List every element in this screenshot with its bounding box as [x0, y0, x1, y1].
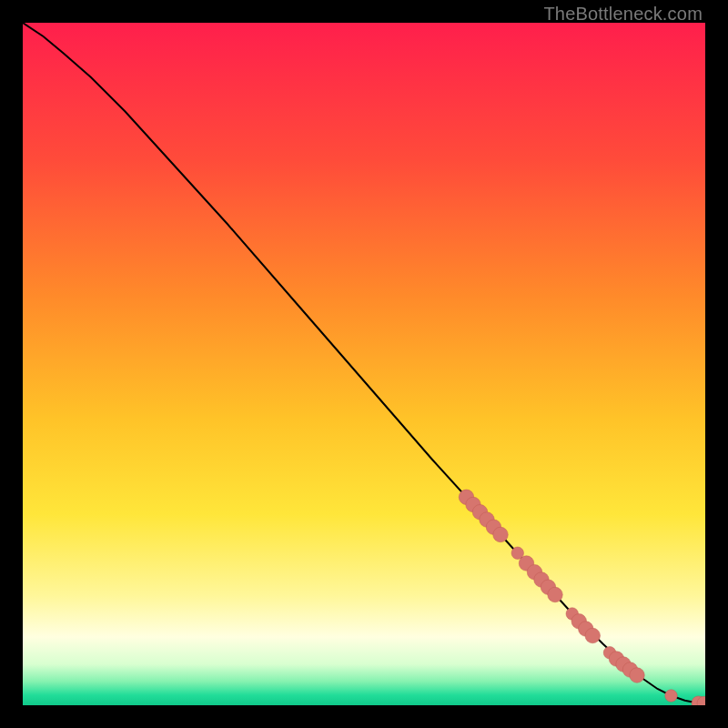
gradient-background [23, 23, 705, 705]
data-point [493, 527, 509, 542]
data-point [585, 628, 601, 643]
data-point [548, 587, 563, 602]
plot-area [23, 23, 705, 705]
watermark-text: TheBottleneck.com [543, 4, 703, 25]
chart-svg [23, 23, 705, 705]
data-point [630, 668, 645, 683]
data-point [665, 690, 678, 703]
chart-frame: TheBottleneck.com [0, 0, 728, 728]
